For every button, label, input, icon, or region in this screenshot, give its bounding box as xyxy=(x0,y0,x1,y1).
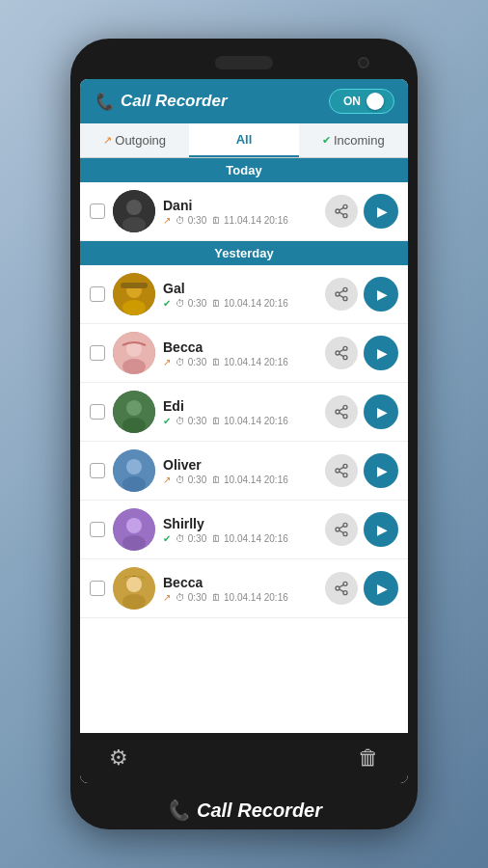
tab-incoming[interactable]: ✔ Incoming xyxy=(299,123,408,157)
svg-line-15 xyxy=(339,295,344,298)
svg-point-12 xyxy=(343,287,347,291)
svg-point-1 xyxy=(126,200,142,215)
phone-bottom: 📞 Call Recorder xyxy=(80,783,408,829)
call-duration: ⏱ 0:30 xyxy=(176,475,206,485)
share-button[interactable] xyxy=(325,337,358,369)
svg-point-46 xyxy=(343,532,347,536)
play-button[interactable]: ▶ xyxy=(364,277,398,312)
svg-point-21 xyxy=(336,351,339,355)
svg-line-48 xyxy=(339,526,344,529)
call-actions: ▶ xyxy=(325,512,398,547)
share-button[interactable] xyxy=(325,513,358,546)
tabs-bar: ↗ Outgoing All ✔ Incoming xyxy=(80,123,408,158)
svg-point-52 xyxy=(343,582,347,585)
phone-screen: 📞 Call Recorder ON ↗ Outgoing All ✔ Inco… xyxy=(80,79,408,783)
call-info-oliver: Oliver ↗ ⏱ 0:30 🗓 10.04.14 20:16 xyxy=(163,457,317,485)
svg-line-39 xyxy=(339,472,344,475)
play-button[interactable]: ▶ xyxy=(364,512,398,547)
svg-line-6 xyxy=(339,212,344,215)
call-date: 🗓 10.04.14 20:16 xyxy=(211,357,288,367)
svg-line-31 xyxy=(339,413,344,416)
play-button[interactable]: ▶ xyxy=(364,336,398,370)
svg-point-54 xyxy=(343,591,347,595)
call-type-icon: ↗ xyxy=(163,357,171,367)
call-meta: ✔ ⏱ 0:30 🗓 10.04.14 20:16 xyxy=(163,416,317,426)
share-button[interactable] xyxy=(325,572,358,605)
call-checkbox-becca1[interactable] xyxy=(90,345,105,361)
call-info-dani: Dani ↗ ⏱ 0:30 🗓 11.04.14 20:16 xyxy=(163,198,317,226)
call-checkbox-gal[interactable] xyxy=(90,286,105,302)
call-checkbox-oliver[interactable] xyxy=(90,463,105,478)
avatar xyxy=(113,391,155,433)
call-info-becca2: Becca ↗ ⏱ 0:30 🗓 10.04.14 20:16 xyxy=(163,575,317,603)
list-item: Edi ✔ ⏱ 0:30 🗓 10.04.14 20:16 ▶ xyxy=(80,383,408,442)
call-checkbox-shirlly[interactable] xyxy=(90,522,105,537)
call-checkbox-dani[interactable] xyxy=(90,203,105,219)
call-checkbox-edi[interactable] xyxy=(90,404,105,420)
svg-point-45 xyxy=(336,528,339,531)
call-info-edi: Edi ✔ ⏱ 0:30 🗓 10.04.14 20:16 xyxy=(163,398,317,426)
bottom-brand: 📞 Call Recorder xyxy=(166,799,322,822)
play-button[interactable]: ▶ xyxy=(364,571,398,606)
phone-top-bar xyxy=(80,56,408,69)
svg-line-56 xyxy=(339,584,344,587)
svg-line-16 xyxy=(339,290,344,293)
list-item: Becca ↗ ⏱ 0:30 🗓 10.04.14 20:16 ▶ xyxy=(80,324,408,383)
call-duration: ⏱ 0:30 xyxy=(176,357,206,367)
call-checkbox-becca2[interactable] xyxy=(90,581,105,596)
call-name: Gal xyxy=(163,281,317,296)
svg-point-37 xyxy=(336,469,339,473)
call-date: 🗓 10.04.14 20:16 xyxy=(211,416,288,426)
svg-point-20 xyxy=(343,346,347,350)
svg-point-22 xyxy=(343,356,347,360)
avatar xyxy=(113,508,155,551)
call-type-icon: ✔ xyxy=(163,416,171,426)
delete-button[interactable]: 🗑 xyxy=(358,746,379,771)
svg-point-50 xyxy=(126,577,142,592)
call-type-icon: ↗ xyxy=(163,215,171,226)
call-date: 🗓 10.04.14 20:16 xyxy=(211,533,288,544)
call-actions: ▶ xyxy=(325,571,398,606)
svg-point-26 xyxy=(126,400,142,416)
call-meta: ↗ ⏱ 0:30 🗓 10.04.14 20:16 xyxy=(163,357,317,367)
svg-point-27 xyxy=(122,418,146,433)
call-duration: ⏱ 0:30 xyxy=(176,416,206,426)
toggle-circle xyxy=(366,93,384,110)
svg-point-29 xyxy=(336,410,339,414)
call-meta: ✔ ⏱ 0:30 🗓 10.04.14 20:16 xyxy=(163,533,317,544)
tab-all[interactable]: All xyxy=(189,123,298,157)
call-duration: ⏱ 0:30 xyxy=(176,298,206,309)
share-button[interactable] xyxy=(325,195,358,228)
phone-speaker xyxy=(215,56,273,69)
avatar xyxy=(113,190,155,232)
play-button[interactable]: ▶ xyxy=(364,453,398,488)
svg-rect-11 xyxy=(121,283,148,288)
svg-line-24 xyxy=(339,349,344,352)
call-name: Shirlly xyxy=(163,516,317,531)
call-name: Dani xyxy=(163,198,317,213)
call-meta: ↗ ⏱ 0:30 🗓 11.04.14 20:16 xyxy=(163,215,317,226)
play-button[interactable]: ▶ xyxy=(364,194,398,229)
call-type-icon: ↗ xyxy=(163,475,171,485)
share-button[interactable] xyxy=(325,278,358,311)
call-actions: ▶ xyxy=(325,277,398,312)
share-button[interactable] xyxy=(325,395,358,428)
call-type-icon: ↗ xyxy=(163,592,171,603)
svg-point-51 xyxy=(122,594,146,610)
call-list: Today Dani ↗ ⏱ 0:30 🗓 11.04.14 20:16 xyxy=(80,158,408,733)
list-item: Becca ↗ ⏱ 0:30 🗓 10.04.14 20:16 ▶ xyxy=(80,559,408,618)
play-button[interactable]: ▶ xyxy=(364,394,398,429)
settings-button[interactable]: ⚙ xyxy=(109,746,128,771)
tab-outgoing[interactable]: ↗ Outgoing xyxy=(80,123,189,157)
list-item: Shirlly ✔ ⏱ 0:30 🗓 10.04.14 20:16 ▶ xyxy=(80,501,408,559)
bottom-brand-title: Call Recorder xyxy=(197,800,322,822)
call-date: 🗓 10.04.14 20:16 xyxy=(211,592,288,603)
list-item: Gal ✔ ⏱ 0:30 🗓 10.04.14 20:16 ▶ xyxy=(80,265,408,324)
svg-point-10 xyxy=(122,300,146,315)
toggle-switch[interactable]: ON xyxy=(329,89,394,114)
svg-line-7 xyxy=(339,207,344,210)
svg-point-14 xyxy=(343,297,347,301)
svg-point-19 xyxy=(122,359,146,374)
share-button[interactable] xyxy=(325,454,358,487)
tab-outgoing-label: Outgoing xyxy=(115,133,166,148)
